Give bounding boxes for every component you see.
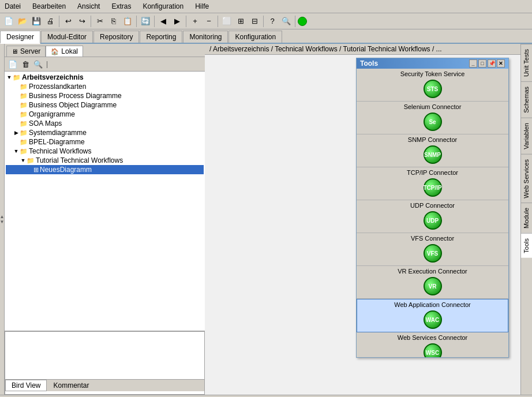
node-label-7: BPEL-Diagramme [29,138,85,146]
right-tab-web-services[interactable]: Web Services [521,154,532,203]
tool-icon-8: WSC [422,342,443,357]
bottom-tab-birdview[interactable]: Bird View [5,380,47,391]
menu-konfiguration[interactable]: Konfiguration [140,1,186,12]
copy-button[interactable]: ⎘ [107,15,120,28]
tool-item-8[interactable]: Web Services Connector WSC [357,332,508,357]
right-tab-schemas[interactable]: Schemas [521,81,532,118]
tool-icon-circle-0: STS [424,80,442,98]
tree-node-prozesslandkarten[interactable]: ▶ 📁 Prozesslandkarten [6,82,204,91]
tree-node-bpel[interactable]: ▶ 📁 BPEL-Diagramme [6,137,204,147]
expand-9[interactable]: ▼ [20,157,27,164]
grid1-button[interactable]: ⊞ [234,15,247,28]
cut-button[interactable]: ✂ [93,15,106,28]
tool-item-7[interactable]: Web Application Connector WAC [357,299,508,332]
paste-button[interactable]: 📋 [121,15,134,28]
tool-icon-circle-4: UDP [424,211,442,230]
expand-root[interactable]: ▼ [6,74,13,81]
search-button[interactable]: 🔍 [280,15,293,28]
tools-maximize-button[interactable]: □ [478,59,486,68]
right-sidebar: Unit Tests Schemas Variablen Web Service… [520,44,532,395]
separator-2 [91,16,91,27]
tool-item-1[interactable]: Selenium Connector Se [357,102,508,134]
tool-icon-circle-7: WAC [424,310,442,329]
right-tab-variablen[interactable]: Variablen [521,118,532,154]
bottom-tab-kommentar[interactable]: Kommentar [47,380,95,391]
tools-minimize-button[interactable]: _ [469,59,477,68]
server-icon: 🖥 [12,48,18,55]
tree-search-button[interactable]: 🔍 [32,58,44,70]
right-tab-tools[interactable]: Tools [521,233,532,258]
refresh-button[interactable]: 🔄 [139,15,152,28]
tree-node-tutorial[interactable]: ▼ 📁 Tutorial Technical Workflows [6,156,204,165]
tree-node-soa[interactable]: ▶ 📁 SOA Maps [6,119,204,128]
separator-8 [295,16,295,27]
tree-node-neues-diagramm[interactable]: ▶ ⊞ NeuesDiagramm [6,165,204,174]
tab-konfiguration[interactable]: Konfiguration [228,31,282,43]
tab-monitoring[interactable]: Monitoring [183,31,228,43]
lokal-tab[interactable]: 🏠 Lokal [46,46,83,57]
tools-title: Tools [360,59,378,68]
redo-button[interactable]: ↪ [76,15,88,28]
tab-repository[interactable]: Repository [93,31,139,43]
help-button[interactable]: ? [266,15,279,28]
undo-button[interactable]: ↩ [62,15,74,28]
tree-node-org[interactable]: ▶ 📁 Organigramme [6,110,204,119]
menu-bearbeiten[interactable]: Bearbeiten [30,1,68,12]
tool-item-0[interactable]: Security Token Service STS [357,69,508,102]
tool-icon-7: WAC [422,309,443,330]
tool-label-8: Web Services Connector [360,334,505,341]
canvas-area[interactable]: Tools _ □ 📌 ✕ Security Token Service ST [205,55,520,395]
tree-delete-button[interactable]: 🗑 [20,58,31,70]
tools-close-button[interactable]: ✕ [497,59,505,68]
server-tab[interactable]: 🖥 Server [6,46,46,57]
tab-reporting[interactable]: Reporting [140,31,182,43]
node-label-3: Business Object Diagramme [29,101,117,109]
border-button[interactable]: ⬜ [220,15,233,28]
tool-icon-0: STS [422,78,443,99]
open-button[interactable]: 📂 [16,15,29,28]
split-handle[interactable]: ▲ ▼ [0,44,5,395]
tool-item-5[interactable]: VFS Connector VFS [357,233,508,266]
tool-label-7: Web Application Connector [361,301,504,308]
tree-node-bod[interactable]: ▶ 📁 Business Object Diagramme [6,100,204,110]
tools-pin-button[interactable]: 📌 [488,59,496,68]
expand-6[interactable]: ▶ [13,129,20,136]
tree-new-button[interactable]: 📄 [7,58,18,70]
print-button[interactable]: 🖨 [44,15,57,28]
tab-designer[interactable]: Designer [0,31,40,44]
menu-ansicht[interactable]: Ansicht [75,1,102,12]
tool-icon-1: Se [422,111,443,132]
menu-datei[interactable]: Datei [2,1,23,12]
menu-hilfe[interactable]: Hilfe [193,1,211,12]
tools-panel: Tools _ □ 📌 ✕ Security Token Service ST [356,58,509,358]
tree-root-node[interactable]: ▼ 📁 Arbeitsverzeichnis [6,73,204,82]
tool-item-6[interactable]: VR Execution Connector VR [357,266,508,299]
tool-item-2[interactable]: SNMP Connector SNMP [357,134,508,167]
grid2-button[interactable]: ⊟ [248,15,261,28]
tree-node-technical[interactable]: ▼ 📁 Technical Workflows [6,147,204,156]
tool-item-3[interactable]: TCP/IP Connector TCP/IP [357,167,508,200]
save-button[interactable]: 💾 [30,15,43,28]
tree-view[interactable]: ▼ 📁 Arbeitsverzeichnis ▶ 📁 Prozesslandka… [5,72,205,331]
zoom-in-button[interactable]: + [189,15,201,28]
tool-label-5: VFS Connector [360,235,505,242]
node-label-6: Systemdiagramme [29,129,87,137]
tab-modul-editor[interactable]: Modul-Editor [41,31,93,43]
folder-icon-5: 📁 [20,120,28,128]
tool-item-4[interactable]: UDP Connector UDP [357,200,508,233]
tool-icon-5: VFS [422,243,443,264]
back-button[interactable]: ◀ [157,15,170,28]
expand-8[interactable]: ▼ [13,148,20,155]
tool-label-6: VR Execution Connector [360,268,505,275]
right-tab-unit-tests[interactable]: Unit Tests [521,44,532,81]
forward-button[interactable]: ▶ [171,15,183,28]
tree-node-bpd[interactable]: ▶ 📁 Business Process Diagramme [6,91,204,100]
right-tab-module[interactable]: Module [521,203,532,233]
node-label-1: Prozesslandkarten [29,83,86,91]
zoom-out-button[interactable]: − [203,15,215,28]
folder-icon-8: 📁 [20,148,28,155]
menu-extras[interactable]: Extras [109,1,133,12]
new-button[interactable]: 📄 [2,15,15,28]
status-bar: Typ: Technical Workflow Version: head Mo… [0,395,532,397]
tree-node-system[interactable]: ▶ 📁 Systemdiagramme [6,128,204,137]
